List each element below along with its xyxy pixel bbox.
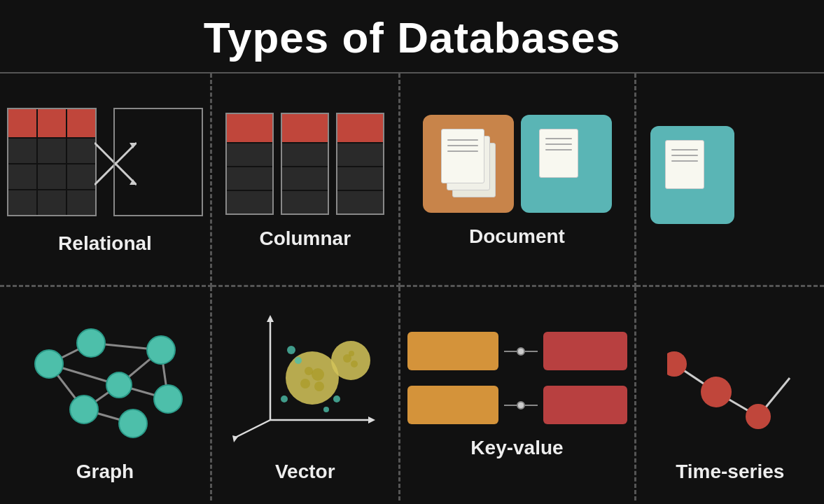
doc-pages-teal-2 xyxy=(661,136,724,214)
svg-point-28 xyxy=(312,368,324,381)
cell-relational: Relational xyxy=(0,74,212,287)
doc-box-orange xyxy=(423,115,514,213)
cell-document2 xyxy=(636,74,825,287)
keyvalue-label: Key-value xyxy=(470,437,563,459)
vector-label: Vector xyxy=(275,461,335,483)
svg-point-27 xyxy=(300,379,310,388)
columnar-label: Columnar xyxy=(259,227,351,250)
svg-point-33 xyxy=(351,360,358,368)
graph-label: Graph xyxy=(76,461,134,483)
timeseries-icon xyxy=(667,308,793,448)
svg-point-37 xyxy=(333,396,340,402)
document-label: Document xyxy=(469,225,565,248)
col-block-3 xyxy=(336,113,384,215)
col-block-1 xyxy=(225,113,274,215)
svg-point-38 xyxy=(323,407,329,412)
kv-connector-2 xyxy=(504,401,538,410)
kv-key-1 xyxy=(407,332,498,370)
cell-document: Document xyxy=(400,74,636,287)
doc-box-teal xyxy=(521,115,612,213)
kv-row-2 xyxy=(407,386,627,424)
svg-point-30 xyxy=(314,382,324,391)
doc-box-teal-2 xyxy=(650,126,734,224)
cell-columnar: Columnar xyxy=(212,74,400,287)
svg-point-19 xyxy=(106,372,132,398)
svg-point-35 xyxy=(287,346,295,354)
svg-line-22 xyxy=(235,420,270,438)
document-icon xyxy=(423,115,612,213)
keyvalue-icon xyxy=(407,332,627,424)
cell-graph: Graph xyxy=(0,287,212,500)
svg-point-36 xyxy=(295,357,302,364)
col-block-2 xyxy=(281,113,329,215)
relational-icon xyxy=(7,108,203,220)
columnar-icon xyxy=(225,113,384,215)
svg-point-16 xyxy=(154,385,182,413)
svg-point-45 xyxy=(746,404,771,429)
relational-table-2 xyxy=(113,108,203,216)
relational-table-1 xyxy=(7,108,97,216)
kv-row-1 xyxy=(407,332,627,370)
svg-point-18 xyxy=(119,410,147,438)
relational-label: Relational xyxy=(58,232,152,255)
cell-keyvalue: Key-value xyxy=(400,287,636,500)
svg-point-26 xyxy=(286,351,339,405)
cell-vector: Vector xyxy=(212,287,400,500)
svg-marker-24 xyxy=(267,315,274,322)
vector-icon xyxy=(228,308,382,448)
kv-key-2 xyxy=(407,386,498,424)
timeseries-label: Time-series xyxy=(676,461,784,483)
svg-point-43 xyxy=(667,351,687,377)
doc-pages-orange xyxy=(437,125,500,202)
doc-pages-teal xyxy=(535,125,598,202)
svg-point-39 xyxy=(281,396,288,402)
svg-point-15 xyxy=(147,336,175,364)
kv-connector-1 xyxy=(504,347,538,356)
svg-point-17 xyxy=(70,396,98,424)
graph-icon xyxy=(21,308,189,448)
db-types-grid: Relational Columnar xyxy=(0,74,824,500)
kv-value-2 xyxy=(543,386,627,424)
svg-point-34 xyxy=(349,351,354,356)
page-title: Types of Databases xyxy=(0,0,824,72)
svg-point-14 xyxy=(77,329,105,357)
svg-point-44 xyxy=(701,377,732,407)
svg-point-13 xyxy=(35,350,63,378)
cell-timeseries: Time-series xyxy=(636,287,825,500)
svg-point-29 xyxy=(305,367,313,375)
svg-marker-23 xyxy=(368,416,375,424)
kv-value-1 xyxy=(543,332,627,370)
